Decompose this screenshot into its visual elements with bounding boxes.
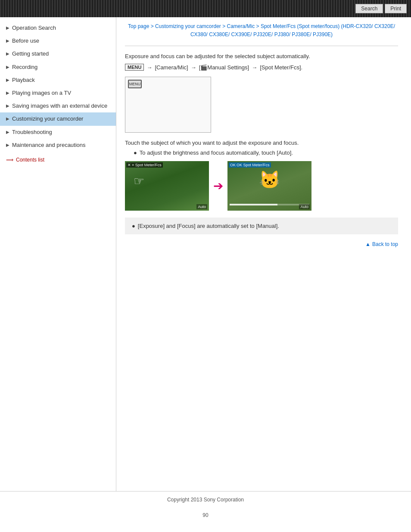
sidebar-item-label: Playback [12, 76, 112, 84]
back-to-top-link[interactable]: ▲ Back to top [365, 241, 398, 247]
back-to-top-label: Back to top [372, 241, 398, 247]
cam-badge-after-label: OK Spot Meter/Fcs [237, 163, 270, 167]
cat-figure-icon: 🐱 [259, 170, 280, 190]
copyright-text: Copyright 2013 Sony Corporation [167, 497, 244, 503]
cam-screen-before: ✕ × Spot Meter/Fcs ☞ Auto [125, 161, 209, 211]
menu-step-2: [🎬Manual Settings] [199, 64, 249, 71]
arrow-right-icon: ⟹ [6, 157, 13, 163]
chevron-right-icon: ▶ [6, 129, 9, 135]
sidebar-item-label: Maintenance and precautions [12, 141, 112, 149]
chevron-right-icon: ▶ [6, 64, 9, 70]
cam-screen-after: OK OK Spot Meter/Fcs 🐱 Auto [227, 161, 311, 211]
note-bullet: ● [Exposure] and [Focus] are automatical… [132, 223, 391, 229]
sidebar-item-customizing[interactable]: ▶ Customizing your camcorder [0, 112, 116, 125]
chevron-right-icon: ▶ [6, 103, 9, 109]
sidebar-item-saving-images[interactable]: ▶ Saving images with an external device [0, 100, 116, 112]
cam-auto-label-after: Auto [299, 204, 310, 209]
cam-badge-before-label: × Spot Meter/Fcs [132, 163, 162, 167]
note-box: ● [Exposure] and [Focus] are automatical… [125, 218, 398, 234]
breadcrumb-top-page[interactable]: Top page [128, 23, 149, 29]
note-bullet-dot: ● [132, 223, 135, 229]
main-content: Top page > Customizing your camcorder > … [116, 17, 411, 491]
sidebar-item-label: Before use [12, 37, 112, 45]
bullet-dot: ● [134, 149, 137, 156]
sidebar-item-maintenance[interactable]: ▶ Maintenance and precautions [0, 139, 116, 152]
demo-image-box: MENU [125, 77, 211, 133]
breadcrumb-sep2: > [222, 23, 227, 29]
sidebar-item-label: Recording [12, 63, 112, 71]
demo-menu-button: MENU [128, 80, 142, 88]
sidebar-item-label: Customizing your camcorder [12, 115, 112, 123]
cam-badge-before: ✕ × Spot Meter/Fcs [126, 162, 163, 168]
content-divider [125, 46, 398, 46]
sidebar-item-operation-search[interactable]: ▶ Operation Search [0, 22, 116, 34]
focus-bar-inner [230, 204, 277, 205]
back-to-top-row: ▲ Back to top [125, 241, 398, 247]
description-text: Exposure and focus can be adjusted for t… [125, 53, 398, 59]
sidebar-item-playback[interactable]: ▶ Playback [0, 74, 116, 87]
chevron-right-icon: ▶ [6, 142, 9, 148]
breadcrumb-sep3: > [256, 23, 261, 29]
footer: Copyright 2013 Sony Corporation [0, 491, 411, 508]
triangle-up-icon: ▲ [365, 241, 371, 247]
sidebar-item-recording[interactable]: ▶ Recording [0, 61, 116, 74]
menu-instruction: MENU → [Camera/Mic] → [🎬Manual Settings]… [125, 64, 398, 71]
x-icon: ✕ [128, 163, 131, 167]
sidebar: ▶ Operation Search ▶ Before use ▶ Gettin… [0, 17, 116, 491]
camcorder-images-row: ✕ × Spot Meter/Fcs ☞ Auto ➔ OK OK Spot M… [125, 161, 398, 211]
top-bar: Search Print [0, 0, 411, 17]
arrow-3: → [252, 64, 257, 71]
chevron-right-icon: ▶ [6, 116, 9, 122]
touch-instruction: Touch the subject of which you want to a… [125, 140, 398, 146]
sidebar-item-label: Operation Search [12, 24, 112, 32]
menu-box: MENU [125, 64, 144, 71]
sidebar-item-before-use[interactable]: ▶ Before use [0, 34, 116, 47]
arrow-2: → [191, 64, 196, 71]
auto-bullet-item: ● To adjust the brightness and focus aut… [125, 149, 398, 156]
chevron-right-icon: ▶ [6, 25, 9, 31]
chevron-right-icon: ▶ [6, 51, 9, 57]
chevron-right-icon: ▶ [6, 90, 9, 96]
note-text: [Exposure] and [Focus] are automatically… [138, 223, 279, 229]
sidebar-item-label: Troubleshooting [12, 128, 112, 136]
contents-list-link[interactable]: ⟹ Contents list [0, 153, 116, 166]
sidebar-item-getting-started[interactable]: ▶ Getting started [0, 47, 116, 60]
chevron-right-icon: ▶ [6, 38, 9, 44]
menu-step-3: [Spot Meter/Fcs]. [260, 64, 302, 71]
menu-step-1: [Camera/Mic] [155, 64, 188, 71]
chevron-right-icon: ▶ [6, 77, 9, 83]
sidebar-item-label: Getting started [12, 50, 112, 58]
contents-list-label: Contents list [16, 157, 44, 163]
sidebar-item-label: Playing images on a TV [12, 89, 112, 97]
cam-auto-label: Auto [196, 204, 207, 209]
sidebar-item-label: Saving images with an external device [12, 102, 112, 110]
focus-bar [230, 204, 309, 205]
auto-bullet-text: To adjust the brightness and focus autom… [140, 149, 293, 156]
breadcrumb-sep1: > [151, 23, 155, 29]
breadcrumb-camera-mic[interactable]: Camera/Mic [227, 23, 255, 29]
arrow-1: → [146, 64, 152, 71]
ok-icon: OK [230, 163, 236, 167]
hand-cursor-icon: ☞ [134, 174, 144, 188]
top-bar-buttons: Search Print [355, 4, 407, 13]
page-number: 90 [0, 508, 411, 523]
breadcrumb: Top page > Customizing your camcorder > … [125, 22, 398, 39]
search-button[interactable]: Search [355, 4, 383, 13]
main-layout: ▶ Operation Search ▶ Before use ▶ Gettin… [0, 17, 411, 491]
breadcrumb-customizing[interactable]: Customizing your camcorder [155, 23, 221, 29]
cam-badge-after: OK OK Spot Meter/Fcs [229, 162, 271, 168]
print-button[interactable]: Print [385, 4, 407, 13]
breadcrumb-spot-meter[interactable]: Spot Meter/Fcs (Spot meter/focus) (HDR-C… [190, 23, 395, 37]
sidebar-item-troubleshooting[interactable]: ▶ Troubleshooting [0, 126, 116, 139]
sidebar-item-playing-images[interactable]: ▶ Playing images on a TV [0, 87, 116, 100]
arrow-between-icon: ➔ [213, 179, 223, 193]
